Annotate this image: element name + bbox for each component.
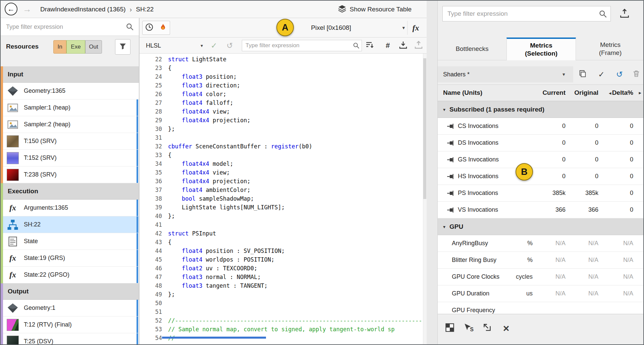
editor-filter-input[interactable]: [242, 40, 362, 51]
metric-row[interactable]: VS Invocations3663660: [438, 202, 644, 218]
code-text: cbuffer SceneConstantBuffer : register(b…: [168, 142, 312, 151]
code-line: 40};: [140, 212, 427, 220]
resource-item[interactable]: Geometry:1: [3, 300, 139, 317]
resource-item[interactable]: fxState:19 (GRS): [3, 250, 139, 267]
code-line: 43{: [140, 238, 427, 247]
section-header[interactable]: Execution: [3, 183, 139, 200]
code-line: 53// Sample normal map, convert to signe…: [140, 325, 427, 334]
metric-row[interactable]: HS Invocations000: [438, 168, 644, 185]
load-shader-button[interactable]: [413, 41, 424, 51]
export-metrics-button[interactable]: [617, 6, 632, 22]
metric-group-header[interactable]: ▾GPU: [438, 218, 644, 235]
vertical-scrollbar[interactable]: [423, 54, 427, 345]
code-line: 24 float3 position;: [140, 72, 427, 81]
resource-item[interactable]: State: [3, 233, 139, 250]
clear-selection-button[interactable]: ×: [499, 322, 513, 335]
column-scroll-right-icon[interactable]: ▸: [639, 90, 641, 96]
metric-row[interactable]: PS Invocations385k385k0: [438, 185, 644, 202]
metric-row[interactable]: GS Invocations000: [438, 151, 644, 168]
copy-metrics-button[interactable]: [576, 68, 589, 81]
metric-row[interactable]: CS Invocations000: [438, 118, 644, 135]
resource-item[interactable]: T:152 (SRV): [3, 150, 139, 166]
delete-metrics-button[interactable]: [630, 68, 643, 81]
resource-item[interactable]: T:12 (RTV) (Final): [3, 317, 139, 333]
code-line: 47 float3 normal : NORMAL;: [140, 273, 427, 281]
fx-icon: fx: [6, 202, 19, 214]
hot-shader-button[interactable]: [156, 21, 170, 35]
save-shader-button[interactable]: [397, 41, 409, 51]
shader-select-button[interactable]: S: [462, 322, 475, 335]
timing-button[interactable]: [142, 21, 156, 35]
pin-icon[interactable]: [446, 172, 454, 181]
resources-filter-input[interactable]: [1, 18, 139, 36]
toggle-in[interactable]: In: [53, 40, 66, 54]
metric-delta: 0: [598, 139, 633, 146]
breadcrumb-event[interactable]: DrawIndexedInstanced (1365): [40, 6, 126, 13]
apply-edit-button[interactable]: ✓: [208, 41, 220, 51]
toggle-exe[interactable]: Exe: [66, 40, 85, 54]
metrics-preset-dropdown[interactable]: Shaders * ▾: [438, 66, 573, 82]
resource-item[interactable]: fxState:22 (GPSO): [3, 267, 139, 283]
metric-original: 385k: [566, 190, 598, 197]
resource-item-label: T:238 (SRV): [24, 171, 57, 178]
toggle-out[interactable]: Out: [85, 40, 102, 54]
tab-metrics-selection[interactable]: Metrics(Selection): [506, 38, 576, 60]
metrics-filter-input[interactable]: [443, 6, 610, 21]
code-editor[interactable]: 22struct LightState23{24 float3 position…: [140, 54, 427, 345]
resource-item[interactable]: Sampler:1 (heap): [3, 99, 139, 116]
shader-editor-panel: Pixel [0x1608] ▾ fx HLSL ▾ ✓ ↺ #: [139, 18, 427, 345]
toggle-line-numbers-button[interactable]: #: [382, 41, 393, 51]
metric-name: GPU Duration: [452, 290, 489, 297]
tab-bottlenecks[interactable]: Bottlenecks: [438, 38, 506, 60]
line-number: 29: [140, 116, 168, 125]
edit-shader-button[interactable]: fx: [407, 21, 424, 35]
resource-section-execution: ExecutionfxArguments:1365SH:22StatefxSta…: [1, 183, 139, 283]
metric-row[interactable]: DS Invocations000: [438, 135, 644, 151]
breadcrumb-separator-icon: ›: [130, 6, 132, 13]
sort-filter-button[interactable]: [364, 41, 375, 51]
pin-icon[interactable]: [446, 206, 454, 214]
forward-button[interactable]: →: [21, 3, 33, 15]
code-text: {: [168, 238, 171, 247]
metric-name-cell: AnyRingBusy: [443, 240, 502, 247]
section-header[interactable]: Output: [3, 283, 139, 300]
undo-icon: ↺: [616, 70, 623, 79]
metric-delta: N/A: [598, 273, 633, 280]
reset-metrics-button[interactable]: ↺: [613, 68, 626, 81]
section-header[interactable]: Input: [3, 66, 139, 83]
revert-edit-button[interactable]: ↺: [224, 41, 235, 51]
resource-item[interactable]: T:25 (DSV): [3, 333, 139, 345]
resource-item[interactable]: T:238 (SRV): [3, 166, 139, 183]
resource-item[interactable]: Geometry:1365: [3, 83, 139, 99]
breadcrumb-shader[interactable]: SH:22: [136, 6, 154, 13]
apply-metrics-button[interactable]: ✓: [595, 68, 608, 81]
pin-icon[interactable]: [446, 122, 454, 130]
resource-item[interactable]: Sampler:2 (heap): [3, 116, 139, 133]
tab-metrics-frame[interactable]: Metrics(Frame): [576, 38, 644, 60]
pin-icon[interactable]: [446, 139, 454, 147]
horizontal-scrollbar-thumb[interactable]: [162, 337, 266, 339]
column-scroll-left-icon[interactable]: ◂: [609, 90, 611, 96]
pixel-history-button[interactable]: [443, 322, 457, 335]
resource-item[interactable]: SH:22: [3, 216, 139, 233]
metric-group-header[interactable]: ▾Subscribed (1 passes required): [438, 101, 644, 118]
pin-icon[interactable]: [446, 189, 454, 197]
resource-item-label: State: [24, 238, 38, 245]
pin-icon[interactable]: [446, 156, 454, 164]
resource-item[interactable]: T:150 (SRV): [3, 133, 139, 150]
metric-row[interactable]: Blitter Ring Busy%N/AN/AN/A: [438, 252, 644, 269]
modified-indicator: [137, 216, 138, 233]
resource-item[interactable]: fxArguments:1365: [3, 200, 139, 216]
show-resource-table-button[interactable]: Show Resource Table: [338, 1, 412, 18]
metric-row[interactable]: GPU DurationusN/AN/AN/A: [438, 285, 644, 302]
metric-row[interactable]: AnyRingBusy%N/AN/AN/A: [438, 235, 644, 252]
code-lines: 22struct LightState23{24 float3 position…: [140, 55, 427, 345]
goto-source-button[interactable]: [481, 322, 494, 335]
vertical-scrollbar-thumb[interactable]: [423, 58, 426, 199]
modified-indicator: [137, 166, 138, 183]
language-dropdown[interactable]: HLSL ▾: [146, 38, 203, 54]
filter-resources-button[interactable]: [115, 39, 130, 55]
metric-name-cell: Blitter Ring Busy: [443, 257, 502, 264]
metric-row[interactable]: GPU Core ClockscyclesN/AN/AN/A: [438, 269, 644, 285]
back-button[interactable]: ←: [5, 3, 17, 15]
